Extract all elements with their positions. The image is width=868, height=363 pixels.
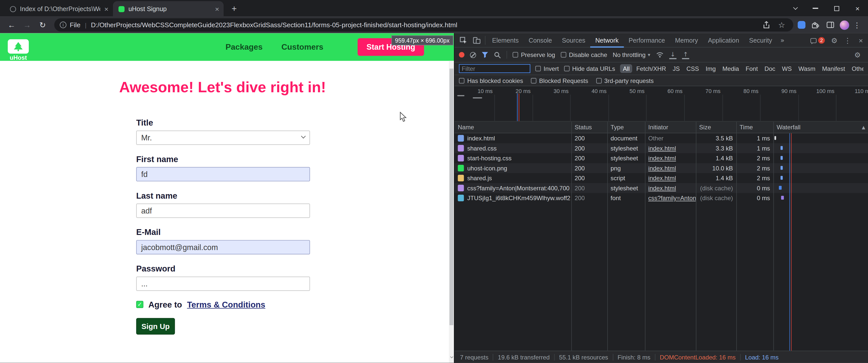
filter-chip-fetch-xhr[interactable]: Fetch/XHR (633, 64, 669, 73)
console-errors-badge[interactable]: 2 (810, 37, 825, 44)
browser-tab-index-listing[interactable]: Index of D:\OtherProjects\WebCSSCom × (4, 1, 113, 16)
preserve-log-checkbox[interactable]: Preserve log (513, 52, 555, 58)
filter-icon[interactable] (482, 52, 488, 58)
profile-avatar[interactable] (840, 20, 849, 30)
3rd-party-requests-checkbox[interactable]: 3rd-party requests (596, 77, 654, 84)
request-name[interactable]: shared.css (455, 143, 571, 153)
devtools-settings-icon[interactable]: ⚙ (828, 34, 840, 47)
browser-tab-uhost-signup[interactable]: uHost Signup × (113, 1, 224, 16)
column-header-size[interactable]: Size (696, 122, 736, 133)
column-header-status[interactable]: Status (571, 122, 607, 133)
devtools-tab-application[interactable]: Application (703, 33, 744, 47)
reload-button[interactable]: ↻ (35, 18, 50, 32)
request-name[interactable]: index.html (455, 133, 571, 143)
extensions-puzzle-icon[interactable] (809, 21, 821, 29)
share-icon[interactable] (760, 21, 772, 29)
filter-chip-ws[interactable]: WS (779, 64, 795, 73)
request-name[interactable]: shared.js (455, 173, 571, 183)
import-har-icon[interactable]: ↓ (669, 51, 677, 59)
browser-menu-icon[interactable]: ⋮ (852, 21, 862, 29)
terms-link[interactable]: Terms & Conditions (187, 300, 265, 309)
request-name[interactable]: start-hosting.css (455, 153, 571, 163)
request-name[interactable]: uhost-icon.png (455, 163, 571, 173)
email-input[interactable]: jacobmott@gmail.com (136, 240, 310, 254)
hide-data-urls-checkbox[interactable]: Hide data URLs (564, 65, 615, 72)
request-row-shared-js[interactable]: shared.js200scriptindex.html1.4 kB2 ms (455, 173, 868, 183)
more-tabs-icon[interactable]: » (777, 36, 788, 44)
new-tab-button[interactable]: + (227, 2, 241, 16)
throttling-select[interactable]: No throttling ▾ (613, 52, 650, 58)
column-header-name[interactable]: Name (455, 122, 571, 133)
tab-close-icon[interactable]: × (215, 5, 219, 13)
request-initiator[interactable]: index.html (645, 183, 696, 193)
minimize-button[interactable] (805, 0, 826, 16)
filter-chip-other[interactable]: Other (849, 64, 864, 73)
tab-close-icon[interactable]: × (104, 5, 108, 13)
filter-chip-media[interactable]: Media (720, 64, 742, 73)
devtools-tab-sources[interactable]: Sources (557, 33, 590, 47)
back-button[interactable]: ← (4, 18, 19, 32)
sign-up-button[interactable]: Sign Up (136, 318, 175, 334)
column-header-initiator[interactable]: Initiator (645, 122, 696, 133)
filter-chip-manifest[interactable]: Manifest (819, 64, 848, 73)
clear-button[interactable] (470, 52, 476, 58)
title-select[interactable]: Mr. (136, 131, 310, 145)
network-settings-icon[interactable]: ⚙ (851, 48, 864, 62)
window-close-button[interactable]: × (847, 0, 868, 16)
inspect-icon[interactable] (457, 34, 470, 47)
maximize-button[interactable] (826, 0, 847, 16)
nav-packages[interactable]: Packages (225, 43, 263, 52)
devtools-tab-network[interactable]: Network (590, 33, 623, 47)
request-name[interactable]: css?family=Anton|Montserrat:400,700 (455, 183, 571, 193)
request-initiator[interactable]: index.html (645, 173, 696, 183)
nav-customers[interactable]: Customers (281, 43, 323, 52)
column-header-type[interactable]: Type (607, 122, 645, 133)
has-blocked-cookies-checkbox[interactable]: Has blocked cookies (459, 77, 523, 84)
devtools-tab-performance[interactable]: Performance (623, 33, 670, 47)
request-name[interactable]: JTUSjIg1_i6t8kCHKm459Wlhyw.woff2 (455, 193, 571, 203)
filter-chip-font[interactable]: Font (743, 64, 761, 73)
request-row-start-hosting-css[interactable]: start-hosting.css200stylesheetindex.html… (455, 153, 868, 163)
device-toolbar-icon[interactable] (470, 34, 484, 47)
network-conditions-icon[interactable] (656, 52, 663, 58)
invert-checkbox[interactable]: Invert (535, 65, 559, 72)
first-name-input[interactable]: fd (136, 167, 310, 182)
address-bar[interactable]: i File | D:/OtherProjects/WebCSSComplete… (54, 18, 793, 32)
network-overview-timeline[interactable]: 10 ms20 ms30 ms40 ms50 ms60 ms70 ms80 ms… (455, 86, 868, 122)
terms-checkbox[interactable]: ✓ (136, 301, 144, 308)
page-scrollbar[interactable] (449, 61, 454, 363)
filter-chip-all[interactable]: All (620, 64, 632, 73)
devtools-tab-elements[interactable]: Elements (487, 33, 524, 47)
side-panel-icon[interactable] (824, 22, 836, 28)
devtools-tab-memory[interactable]: Memory (670, 33, 703, 47)
filter-chip-css[interactable]: CSS (684, 64, 702, 73)
export-har-icon[interactable]: ↑ (682, 51, 689, 59)
request-row-css-family-anton-montserrat-400-700[interactable]: css?family=Anton|Montserrat:400,700200st… (455, 183, 868, 193)
request-initiator[interactable]: css?family=Anton|M… (645, 193, 696, 203)
uhost-logo[interactable]: uHost (8, 39, 29, 61)
scrollbar-down-arrow-icon[interactable] (450, 356, 453, 361)
request-initiator[interactable]: index.html (645, 153, 696, 163)
devtools-tab-console[interactable]: Console (524, 33, 557, 47)
filter-chip-js[interactable]: JS (670, 64, 683, 73)
blocked-requests-checkbox[interactable]: Blocked Requests (531, 77, 588, 84)
last-name-input[interactable]: adf (136, 203, 310, 218)
devtools-tab-security[interactable]: Security (744, 33, 777, 47)
bookmark-star-icon[interactable]: ☆ (776, 21, 788, 29)
filter-chip-doc[interactable]: Doc (762, 64, 778, 73)
column-header-waterfall[interactable]: Waterfall▲ (773, 122, 868, 133)
password-input[interactable]: ... (136, 276, 310, 291)
search-icon[interactable] (494, 51, 501, 59)
scrollbar-thumb[interactable] (450, 69, 453, 325)
request-initiator[interactable]: index.html (645, 143, 696, 153)
devtools-close-icon[interactable]: × (855, 34, 867, 47)
forward-button[interactable]: → (20, 18, 34, 32)
request-row-jtusjig1-i6t8kchkm459wlhyw-woff2[interactable]: JTUSjIg1_i6t8kCHKm459Wlhyw.woff2200fontc… (455, 193, 868, 203)
record-button[interactable] (459, 52, 465, 58)
network-filter-input[interactable]: Filter (459, 64, 530, 73)
filter-chip-img[interactable]: Img (703, 64, 718, 73)
disable-cache-checkbox[interactable]: Disable cache (561, 52, 607, 58)
request-row-uhost-icon-png[interactable]: uhost-icon.png200pngindex.html10.0 kB2 m… (455, 163, 868, 173)
filter-chip-wasm[interactable]: Wasm (796, 64, 818, 73)
column-header-time[interactable]: Time (736, 122, 773, 133)
